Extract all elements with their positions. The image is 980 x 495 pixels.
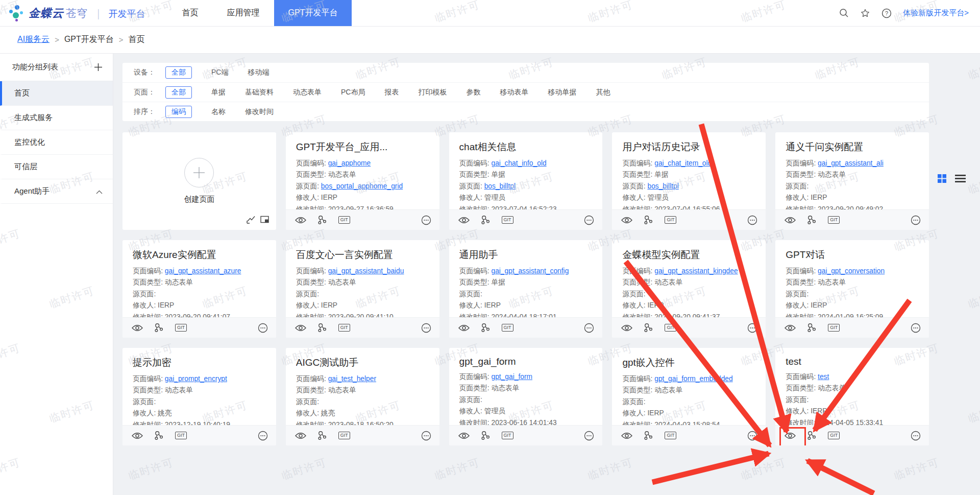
org-share-icon[interactable] — [317, 431, 327, 440]
sidebar-item-生成式服务[interactable]: 生成式服务 — [0, 106, 113, 130]
page-card[interactable]: 微软Azure实例配置页面编码: gai_gpt_assistant_azure… — [122, 240, 276, 338]
preview-eye-icon[interactable] — [458, 324, 470, 332]
more-actions-icon[interactable] — [584, 215, 594, 225]
sidebar-item-监控优化[interactable]: 监控优化 — [0, 130, 113, 155]
page-card[interactable]: 金蝶模型实例配置页面编码: gai_gpt_assistant_kingdee页… — [612, 240, 766, 338]
annotation-highlight-box[interactable] — [785, 432, 796, 439]
git-icon[interactable]: GIT — [665, 216, 676, 224]
list-view-icon[interactable] — [955, 174, 966, 183]
preview-eye-icon[interactable] — [785, 324, 796, 332]
preview-eye-icon[interactable] — [295, 324, 306, 332]
org-share-icon[interactable] — [154, 323, 164, 333]
more-actions-icon[interactable] — [584, 323, 594, 333]
filter-option-动态表单[interactable]: 动态表单 — [293, 88, 322, 97]
page-card[interactable]: test页面编码: test页面类型: 动态表单源页面: 修改人: IERP修改… — [775, 348, 929, 445]
sidebar-item-Agent助手[interactable]: Agent助手 — [0, 179, 113, 204]
filter-option-修改时间[interactable]: 修改时间 — [245, 107, 274, 116]
chevron-up-icon[interactable] — [96, 187, 103, 196]
sidebar-item-可信层[interactable]: 可信层 — [0, 155, 113, 179]
page-card[interactable]: 通用助手页面编码: gai_gpt_assistant_config页面类型: … — [449, 240, 603, 338]
filter-option-移动端[interactable]: 移动端 — [248, 68, 269, 77]
nav-item-GPT开发平台[interactable]: GPT开发平台 — [274, 0, 352, 26]
more-actions-icon[interactable] — [747, 323, 757, 333]
preview-eye-icon[interactable] — [132, 432, 143, 439]
git-icon[interactable]: GIT — [175, 324, 187, 332]
card-field-link[interactable]: gai_chat_item_old — [654, 159, 712, 167]
preview-eye-icon[interactable] — [785, 217, 796, 224]
org-share-icon[interactable] — [481, 431, 491, 440]
breadcrumb-item[interactable]: AI服务云 — [17, 34, 50, 45]
card-field-link[interactable]: gai_gpt_assistant_ali — [818, 159, 884, 167]
add-group-icon[interactable] — [94, 63, 103, 72]
card-field-link[interactable]: gai_apphome — [328, 159, 371, 167]
git-icon[interactable]: GIT — [665, 432, 676, 439]
org-share-icon[interactable] — [644, 323, 653, 333]
card-field-link[interactable]: gai_gpt_assistant_kingdee — [654, 267, 738, 275]
preview-eye-icon[interactable] — [458, 432, 470, 439]
card-field-link[interactable]: gpt_gai_form — [491, 373, 532, 381]
page-card[interactable]: 百度文心一言实例配置页面编码: gai_gpt_assistant_baidu页… — [286, 240, 439, 338]
filter-selected-chip[interactable]: 全部 — [165, 86, 192, 99]
page-card[interactable]: 提示加密页面编码: gai_prompt_encrypt页面类型: 动态表单源页… — [122, 348, 276, 445]
preview-eye-icon[interactable] — [621, 217, 632, 224]
page-card[interactable]: GPT对话页面编码: gai_gpt_conversation页面类型: 动态表… — [775, 240, 929, 338]
filter-option-名称[interactable]: 名称 — [211, 107, 226, 116]
new-version-link[interactable]: 体验新版开发平台> — [903, 8, 969, 18]
org-share-icon[interactable] — [481, 323, 491, 333]
create-page-card[interactable]: 创建页面 — [122, 132, 276, 230]
git-icon[interactable]: GIT — [502, 216, 513, 224]
card-field-link[interactable]: gai_gpt_assistant_baidu — [328, 267, 404, 275]
org-share-icon[interactable] — [154, 431, 164, 440]
git-icon[interactable]: GIT — [665, 324, 676, 332]
more-actions-icon[interactable] — [747, 431, 757, 441]
preview-eye-icon[interactable] — [621, 432, 632, 439]
card-field-link[interactable]: gai_gpt_assistant_config — [491, 267, 569, 275]
org-share-icon[interactable] — [644, 431, 653, 440]
filter-option-基础资料[interactable]: 基础资料 — [245, 88, 274, 97]
org-share-icon[interactable] — [317, 215, 327, 225]
star-icon[interactable] — [860, 8, 870, 18]
page-card[interactable]: gpt嵌入控件页面编码: gpt_gai_form_embedded页面类型: … — [612, 348, 766, 445]
git-icon[interactable]: GIT — [828, 216, 840, 224]
org-share-icon[interactable] — [317, 323, 327, 333]
filter-option-PC布局[interactable]: PC布局 — [341, 88, 365, 97]
page-card[interactable]: chat相关信息页面编码: gai_chat_info_old页面类型: 单据源… — [449, 132, 603, 230]
git-icon[interactable]: GIT — [338, 324, 350, 332]
page-card[interactable]: GPT开发平台_应用...页面编码: gai_apphome页面类型: 动态表单… — [286, 132, 439, 230]
card-field-link[interactable]: bos_portal_apphome_grid — [321, 182, 403, 190]
more-actions-icon[interactable] — [747, 215, 757, 225]
card-field-link[interactable]: bos_billtpl — [647, 182, 678, 190]
filter-option-报表[interactable]: 报表 — [384, 88, 399, 97]
preview-eye-icon[interactable] — [621, 324, 632, 332]
git-icon[interactable]: GIT — [502, 324, 513, 332]
org-share-icon[interactable] — [807, 431, 817, 440]
filter-option-其他[interactable]: 其他 — [596, 88, 610, 97]
git-icon[interactable]: GIT — [338, 432, 350, 439]
filter-selected-chip[interactable]: 编码 — [165, 106, 192, 118]
chart-edit-icon[interactable] — [247, 215, 255, 224]
git-icon[interactable]: GIT — [175, 432, 187, 439]
filter-option-移动表单[interactable]: 移动表单 — [500, 88, 528, 97]
page-card[interactable]: 用户对话历史记录页面编码: gai_chat_item_old页面类型: 单据源… — [612, 132, 766, 230]
org-share-icon[interactable] — [807, 323, 817, 333]
help-icon[interactable]: ? — [881, 8, 892, 18]
sidebar-item-首页[interactable]: 首页 — [0, 81, 113, 106]
filter-option-打印模板[interactable]: 打印模板 — [418, 88, 447, 97]
git-icon[interactable]: GIT — [502, 432, 513, 439]
filter-option-单据[interactable]: 单据 — [211, 88, 226, 97]
more-actions-icon[interactable] — [421, 431, 431, 441]
filter-option-PC端[interactable]: PC端 — [211, 68, 228, 77]
card-field-link[interactable]: test — [818, 373, 829, 381]
more-actions-icon[interactable] — [421, 323, 431, 333]
page-card[interactable]: 通义千问实例配置页面编码: gai_gpt_assistant_ali页面类型:… — [775, 132, 929, 230]
filter-option-参数[interactable]: 参数 — [466, 88, 480, 97]
card-field-link[interactable]: gai_gpt_conversation — [818, 267, 885, 275]
card-field-link[interactable]: bos_billtpl — [484, 182, 516, 190]
card-field-link[interactable]: gai_gpt_assistant_azure — [165, 267, 241, 275]
preview-eye-icon[interactable] — [295, 432, 306, 439]
nav-item-首页[interactable]: 首页 — [168, 0, 213, 26]
card-field-link[interactable]: gai_chat_info_old — [491, 159, 546, 167]
grid-view-icon[interactable] — [937, 174, 947, 183]
git-icon[interactable]: GIT — [828, 324, 840, 332]
card-field-link[interactable]: gai_test_helper — [328, 375, 376, 383]
